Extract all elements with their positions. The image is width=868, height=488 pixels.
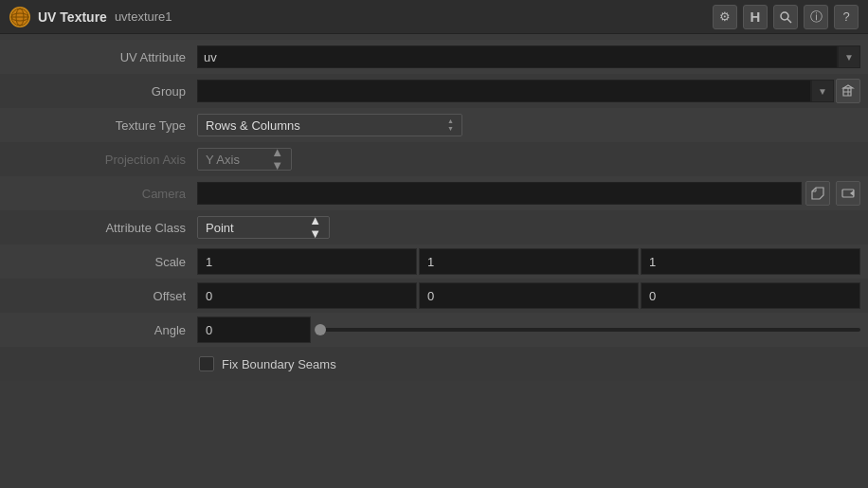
texture-type-select[interactable]: Rows & Columns ▲ ▼ <box>197 114 462 136</box>
offset-inputs <box>197 282 860 309</box>
group-field: ▼ <box>197 79 860 103</box>
angle-content <box>197 316 860 343</box>
camera-row: Camera <box>0 176 868 210</box>
help-button[interactable]: ? <box>834 5 859 29</box>
attribute-class-select[interactable]: Point ▲ ▼ <box>197 216 330 239</box>
angle-row: Angle <box>0 313 868 347</box>
group-dropdown[interactable]: ▼ <box>811 80 834 102</box>
projection-axis-value: Y Axis <box>206 153 265 167</box>
fix-boundary-seams-label: Fix Boundary Seams <box>222 357 336 371</box>
properties-panel: UV Attribute ▼ Group ▼ Texture Type Row <box>0 34 868 387</box>
svg-line-5 <box>787 19 791 23</box>
uv-attribute-field: ▼ <box>197 45 860 68</box>
texture-type-row: Texture Type Rows & Columns ▲ ▼ <box>0 108 868 142</box>
group-row: Group ▼ <box>0 74 868 108</box>
attribute-class-value: Point <box>206 221 303 235</box>
scale-inputs <box>197 248 860 275</box>
camera-label: Camera <box>8 187 197 201</box>
scale-row: Scale <box>0 244 868 279</box>
attr-up-arrow[interactable]: ▲ <box>309 214 321 227</box>
projection-axis-arrows[interactable]: ▲ ▼ <box>271 146 283 173</box>
title-left: UV Texture uvtexture1 <box>9 7 172 27</box>
svg-point-4 <box>781 12 788 20</box>
gear-button[interactable]: ⚙ <box>713 5 737 29</box>
offset-label: Offset <box>8 289 197 303</box>
uv-attribute-input[interactable] <box>197 45 838 68</box>
attribute-class-arrows[interactable]: ▲ ▼ <box>309 214 321 242</box>
fix-boundary-seams-checkbox[interactable] <box>199 356 214 371</box>
texture-type-arrows[interactable]: ▲ ▼ <box>447 117 454 132</box>
title-buttons: ⚙ H ⓘ ? <box>713 5 859 29</box>
fix-boundary-seams-row: Fix Boundary Seams <box>0 347 868 381</box>
uv-texture-icon <box>9 7 30 27</box>
texture-type-up-arrow[interactable]: ▲ <box>447 117 454 125</box>
texture-type-value: Rows & Columns <box>206 118 442 133</box>
uv-attribute-row: UV Attribute ▼ <box>0 40 868 74</box>
offset-row: Offset <box>0 279 868 313</box>
offset-y-input[interactable] <box>419 282 639 309</box>
info-button[interactable]: ⓘ <box>804 5 828 29</box>
camera-pick-button[interactable] <box>805 181 830 206</box>
svg-marker-7 <box>843 85 853 88</box>
group-input[interactable] <box>197 80 811 102</box>
scale-label: Scale <box>8 255 197 269</box>
group-pick-button[interactable] <box>836 79 860 103</box>
scale-y-input[interactable] <box>419 248 639 275</box>
svg-marker-13 <box>850 190 854 196</box>
proj-up-arrow[interactable]: ▲ <box>271 146 283 159</box>
proj-down-arrow[interactable]: ▼ <box>271 159 283 172</box>
attribute-class-label: Attribute Class <box>8 221 197 235</box>
offset-x-input[interactable] <box>197 282 417 309</box>
app-title: UV Texture <box>38 9 107 25</box>
projection-axis-label: Projection Axis <box>8 153 197 167</box>
camera-content <box>197 181 860 206</box>
scale-z-input[interactable] <box>641 248 860 275</box>
camera-select-button[interactable] <box>836 181 860 206</box>
scale-x-input[interactable] <box>197 248 417 275</box>
node-name: uvtexture1 <box>115 9 172 24</box>
projection-axis-row: Projection Axis Y Axis ▲ ▼ <box>0 142 868 176</box>
texture-type-label: Texture Type <box>8 118 197 133</box>
angle-slider[interactable] <box>315 328 860 332</box>
attr-down-arrow[interactable]: ▼ <box>309 227 321 241</box>
search-button[interactable] <box>773 5 798 29</box>
uv-attribute-label: UV Attribute <box>8 50 197 64</box>
group-label: Group <box>8 84 197 99</box>
help-h-button[interactable]: H <box>743 5 768 29</box>
angle-label: Angle <box>8 323 197 337</box>
offset-z-input[interactable] <box>641 282 860 309</box>
attribute-class-row: Attribute Class Point ▲ ▼ <box>0 210 868 244</box>
camera-input[interactable] <box>197 182 802 205</box>
angle-input[interactable] <box>197 316 311 343</box>
title-bar: UV Texture uvtexture1 ⚙ H ⓘ ? <box>0 0 868 34</box>
uv-attribute-dropdown[interactable]: ▼ <box>838 45 860 68</box>
texture-type-down-arrow[interactable]: ▼ <box>447 125 454 133</box>
projection-axis-select[interactable]: Y Axis ▲ ▼ <box>197 148 292 171</box>
